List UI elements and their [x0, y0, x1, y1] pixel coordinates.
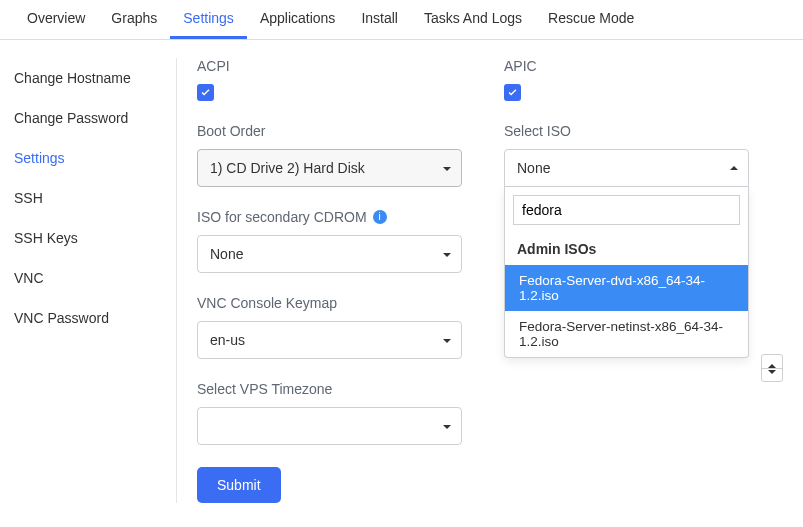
boot-order-value: 1) CD Drive 2) Hard Disk — [210, 160, 365, 176]
stepper-up[interactable] — [762, 355, 782, 368]
acpi-checkbox[interactable] — [197, 84, 214, 101]
acpi-label: ACPI — [197, 58, 482, 74]
boot-order-select[interactable]: 1) CD Drive 2) Hard Disk — [197, 149, 462, 187]
boot-order-label: Boot Order — [197, 123, 482, 139]
select-iso-toggle[interactable]: None — [504, 149, 749, 187]
check-icon — [507, 87, 518, 98]
sidebar-item-ssh[interactable]: SSH — [14, 178, 166, 218]
info-icon[interactable]: i — [373, 210, 387, 224]
number-stepper[interactable] — [761, 354, 783, 382]
select-iso-dropdown: None Admin ISOs Fedora-Server-dvd-x86_64… — [504, 149, 789, 187]
submit-button[interactable]: Submit — [197, 467, 281, 503]
select-iso-label: Select ISO — [504, 123, 789, 139]
sidebar-item-vnc-password[interactable]: VNC Password — [14, 298, 166, 338]
sidebar: Change HostnameChange PasswordSettingsSS… — [14, 58, 177, 503]
chevron-down-icon — [443, 423, 451, 429]
timezone-label: Select VPS Timezone — [197, 381, 482, 397]
right-column: APIC Select ISO None Admin ISOs Fedora-S… — [504, 58, 789, 503]
iso-secondary-select[interactable]: None — [197, 235, 462, 273]
chevron-down-icon — [443, 337, 451, 343]
iso-option[interactable]: Fedora-Server-dvd-x86_64-34-1.2.iso — [505, 265, 748, 311]
check-icon — [200, 87, 211, 98]
keymap-label: VNC Console Keymap — [197, 295, 482, 311]
tab-install[interactable]: Install — [348, 0, 411, 39]
iso-option[interactable]: Fedora-Server-netinst-x86_64-34-1.2.iso — [505, 311, 748, 357]
tab-tasks-and-logs[interactable]: Tasks And Logs — [411, 0, 535, 39]
top-tabs: OverviewGraphsSettingsApplicationsInstal… — [0, 0, 803, 40]
select-iso-panel: Admin ISOs Fedora-Server-dvd-x86_64-34-1… — [504, 187, 749, 358]
tab-applications[interactable]: Applications — [247, 0, 349, 39]
iso-group-header: Admin ISOs — [505, 233, 748, 265]
select-iso-value: None — [517, 160, 550, 176]
sidebar-item-settings[interactable]: Settings — [14, 138, 166, 178]
chevron-down-icon — [443, 251, 451, 257]
tab-overview[interactable]: Overview — [14, 0, 98, 39]
tab-graphs[interactable]: Graphs — [98, 0, 170, 39]
sidebar-item-change-hostname[interactable]: Change Hostname — [14, 58, 166, 98]
keymap-value: en-us — [210, 332, 245, 348]
stepper-down[interactable] — [762, 368, 782, 381]
iso-search-input[interactable] — [513, 195, 740, 225]
tab-rescue-mode[interactable]: Rescue Mode — [535, 0, 647, 39]
keymap-select[interactable]: en-us — [197, 321, 462, 359]
chevron-up-icon — [730, 166, 738, 170]
sidebar-item-ssh-keys[interactable]: SSH Keys — [14, 218, 166, 258]
apic-label: APIC — [504, 58, 789, 74]
timezone-select[interactable] — [197, 407, 462, 445]
sidebar-item-vnc[interactable]: VNC — [14, 258, 166, 298]
apic-checkbox[interactable] — [504, 84, 521, 101]
tab-settings[interactable]: Settings — [170, 0, 247, 39]
iso-secondary-label: ISO for secondary CDROM i — [197, 209, 482, 225]
chevron-down-icon — [443, 165, 451, 171]
iso-secondary-value: None — [210, 246, 243, 262]
sidebar-item-change-password[interactable]: Change Password — [14, 98, 166, 138]
left-column: ACPI Boot Order 1) CD Drive 2) Hard Disk… — [197, 58, 482, 503]
